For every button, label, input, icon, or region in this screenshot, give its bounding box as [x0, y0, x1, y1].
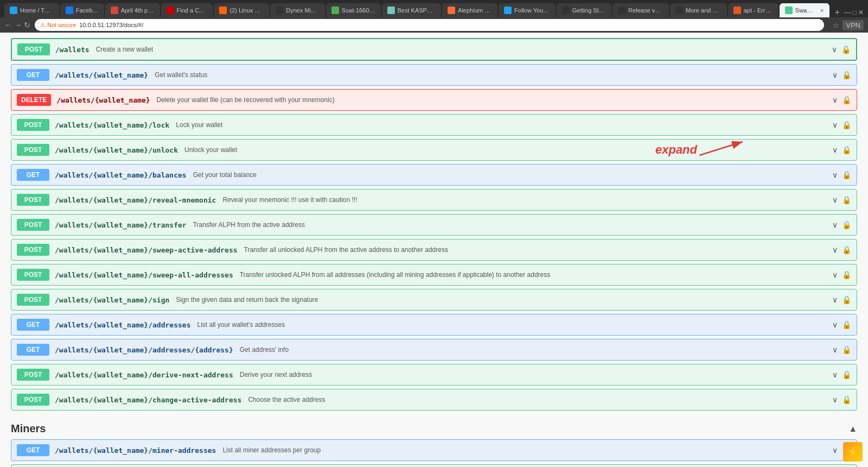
tab-favicon: [10, 7, 17, 14]
browser-tab[interactable]: Follow Your F...: [499, 3, 556, 17]
endpoint-path: /wallets/{wallet_name}/addresses/{addres…: [55, 346, 233, 354]
tab-label: Soat-1660S ...: [342, 7, 375, 14]
url-box[interactable]: ⚠ Not secure 10.0.0.51:12973/docs/#/: [35, 19, 824, 31]
browser-tab[interactable]: Release v2.1...: [612, 3, 669, 17]
endpoint-row[interactable]: POST/wallets/{wallet_name}/signSign the …: [11, 289, 857, 311]
browser-tab[interactable]: Getting Start...: [557, 3, 611, 17]
lock-icon: 🔒: [842, 395, 851, 404]
endpoint-row[interactable]: POST/wallets/{wallet_name}/reveal-mnemon…: [11, 189, 857, 211]
row-chevron[interactable]: ∨: [832, 71, 838, 79]
row-chevron[interactable]: ∨: [832, 171, 838, 179]
browser-tab[interactable]: April 4th pric...: [105, 3, 160, 17]
endpoint-row[interactable]: POST...∨🔒: [11, 464, 857, 467]
endpoint-row[interactable]: DELETE/wallets/{wallet_name}Delete your …: [11, 89, 857, 111]
new-tab-button[interactable]: +: [835, 8, 840, 17]
row-chevron[interactable]: ∨: [832, 146, 838, 154]
method-badge-post: POST: [17, 43, 50, 55]
browser-tab[interactable]: Alephium (Al...: [442, 3, 497, 17]
browser-tab[interactable]: More and Tro...: [670, 3, 727, 17]
endpoint-path: /wallets/{wallet_name}/sign: [55, 296, 169, 304]
tab-label: Facebook: [76, 7, 99, 14]
endpoint-row[interactable]: POST/wallets/{wallet_name}/unlockUnlock …: [11, 139, 857, 161]
bookmark-button[interactable]: ☆: [833, 21, 839, 29]
tab-favicon: [785, 7, 793, 14]
vpn-badge: VPN: [843, 20, 864, 30]
endpoint-desc: List all miner addresses per group: [222, 446, 827, 454]
endpoint-row[interactable]: GET/wallets/{wallet_name}Get wallet's st…: [11, 64, 857, 86]
tab-favicon: [387, 7, 395, 14]
browser-tab[interactable]: (2) Linux Wo...: [214, 3, 269, 17]
endpoint-row[interactable]: POST/wallets/{wallet_name}/transferTrans…: [11, 214, 857, 236]
browser-tab[interactable]: Swagger✕: [780, 3, 829, 17]
forward-button[interactable]: →: [14, 21, 22, 29]
window-controls[interactable]: — □ ✕: [844, 9, 864, 16]
browser-tab[interactable]: Dynex Minin...: [270, 3, 324, 17]
method-badge-post: POST: [17, 294, 49, 306]
endpoint-desc: Sign the given data and return back the …: [176, 296, 827, 304]
row-chevron[interactable]: ∨: [832, 96, 838, 104]
miners-chevron[interactable]: ▲: [848, 424, 857, 434]
lock-icon: 🔒: [842, 320, 851, 329]
tab-label: Alephium (Al...: [458, 7, 492, 14]
browser-tab[interactable]: Find a Chevy: [161, 3, 213, 17]
tab-favicon: [618, 7, 626, 14]
bottom-icon[interactable]: ⚡: [843, 442, 863, 462]
endpoint-desc: Get your total balance: [193, 171, 827, 179]
row-controls: ∨🔒: [832, 395, 851, 404]
row-controls: ∨🔒: [832, 71, 851, 79]
endpoint-row[interactable]: POST/walletsCreate a new wallet∨🔒: [11, 38, 857, 61]
browser-tab[interactable]: Facebook: [60, 3, 104, 17]
row-chevron[interactable]: ∨: [832, 345, 838, 354]
tab-label: April 4th pric...: [121, 7, 155, 14]
endpoint-path: /wallets/{wallet_name}/derive-next-addre…: [55, 371, 233, 379]
endpoint-desc: Create a new wallet: [96, 46, 826, 53]
row-chevron[interactable]: ∨: [832, 395, 838, 404]
row-chevron[interactable]: ∨: [832, 370, 838, 379]
endpoint-desc: Get address' info: [240, 346, 827, 354]
row-controls: ∨🔒: [832, 270, 851, 279]
row-controls: ∨🔒: [832, 320, 851, 329]
endpoint-desc: Transfer all unlocked ALPH from the acti…: [244, 246, 827, 254]
lock-icon: 🔒: [842, 171, 851, 179]
nav-buttons[interactable]: ← → ↻: [4, 21, 30, 29]
row-chevron[interactable]: ∨: [832, 295, 838, 304]
endpoint-row[interactable]: GET/wallets/{wallet_name}/addressesList …: [11, 314, 857, 336]
endpoint-row[interactable]: POST/wallets/{wallet_name}/sweep-active-…: [11, 239, 857, 261]
tab-label: Getting Start...: [572, 7, 606, 14]
miners-title: Miners: [11, 422, 46, 435]
back-button[interactable]: ←: [4, 21, 12, 29]
endpoint-path: /wallets: [55, 46, 90, 54]
browser-tab[interactable]: Soat-1660S ...: [326, 3, 381, 17]
endpoint-row[interactable]: POST/wallets/{wallet_name}/change-active…: [11, 389, 857, 411]
endpoint-row[interactable]: POST/wallets/{wallet_name}/sweep-all-add…: [11, 264, 857, 286]
browser-tab[interactable]: Home / Twitt...: [4, 3, 59, 17]
address-bar: ← → ↻ ⚠ Not secure 10.0.0.51:12973/docs/…: [0, 17, 868, 33]
row-chevron[interactable]: ∨: [832, 121, 838, 129]
method-badge-post: POST: [17, 394, 49, 406]
lock-icon: 🔒: [842, 71, 851, 79]
tab-favicon: [448, 7, 455, 14]
browser-tab[interactable]: Best KASPA K...: [382, 3, 442, 17]
endpoint-row[interactable]: GET/wallets/{wallet_name}/addresses/{add…: [11, 339, 857, 361]
endpoint-row[interactable]: GET/wallets/{wallet_name}/miner-addresse…: [11, 439, 857, 461]
row-chevron[interactable]: ∨: [832, 446, 838, 455]
lock-icon: 🔒: [842, 270, 851, 279]
endpoint-row[interactable]: POST/wallets/{wallet_name}/lockLock your…: [11, 114, 857, 136]
row-chevron[interactable]: ∨: [832, 220, 838, 229]
endpoint-row[interactable]: POST/wallets/{wallet_name}/derive-next-a…: [11, 364, 857, 386]
endpoint-row[interactable]: GET/wallets/{wallet_name}/balancesGet yo…: [11, 164, 857, 186]
row-chevron[interactable]: ∨: [832, 245, 838, 254]
row-chevron[interactable]: ∨: [832, 270, 838, 279]
row-controls: ∨🔒: [832, 245, 851, 254]
tab-close-button[interactable]: ✕: [820, 8, 824, 14]
row-chevron[interactable]: ∨: [832, 45, 837, 54]
row-chevron[interactable]: ∨: [832, 320, 838, 329]
refresh-button[interactable]: ↻: [24, 21, 30, 29]
main-content: POST/walletsCreate a new wallet∨🔒GET/wal…: [0, 33, 868, 467]
browser-tab[interactable]: apt - Error:...: [728, 3, 778, 17]
miners-section-header[interactable]: Miners ▲: [11, 414, 857, 439]
row-chevron[interactable]: ∨: [832, 195, 838, 204]
tab-label: apt - Error:...: [744, 7, 773, 14]
lock-icon: 🔒: [842, 195, 851, 204]
endpoint-desc: Reveal your mnemonic !!! use it with cau…: [222, 196, 827, 204]
